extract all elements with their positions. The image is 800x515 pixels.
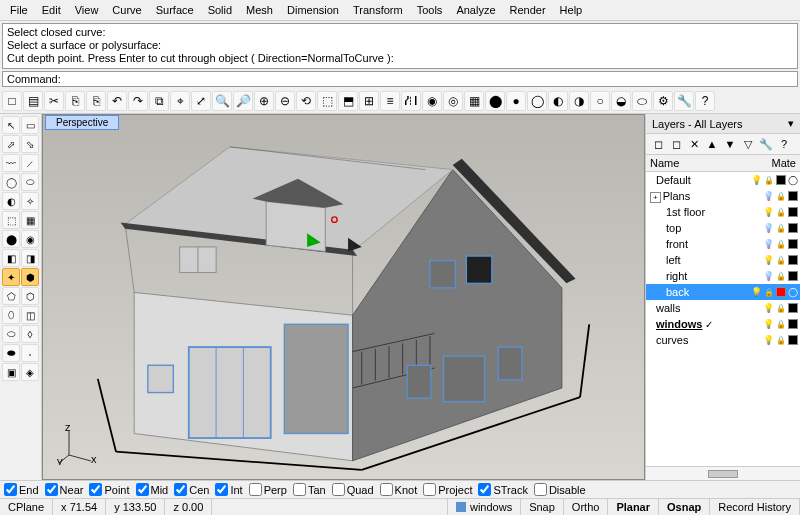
left-tool-11-0[interactable]: ⬭ <box>2 325 20 343</box>
layer-row-walls[interactable]: walls💡🔒 <box>646 300 800 316</box>
filter-icon[interactable]: ▽ <box>740 136 756 152</box>
layer-row-windows[interactable]: windows ✓💡🔒 <box>646 316 800 332</box>
toolbar-btn-11[interactable]: 🔎 <box>233 91 253 111</box>
lock-icon[interactable]: 🔒 <box>764 288 774 297</box>
status-record-history[interactable]: Record History <box>710 499 800 515</box>
toolbar-btn-22[interactable]: ▦ <box>464 91 484 111</box>
left-tool-2-1[interactable]: ⟋ <box>21 154 39 172</box>
left-tool-3-1[interactable]: ⬭ <box>21 173 39 191</box>
menu-curve[interactable]: Curve <box>106 2 147 18</box>
left-tool-3-0[interactable]: ◯ <box>2 173 20 191</box>
bulb-icon[interactable]: 💡 <box>763 255 774 265</box>
layer-row-plans[interactable]: +Plans💡🔒 <box>646 188 800 204</box>
toolbar-btn-24[interactable]: ● <box>506 91 526 111</box>
status-layer[interactable]: windows <box>448 499 521 515</box>
menu-surface[interactable]: Surface <box>150 2 200 18</box>
left-tool-9-0[interactable]: ⬠ <box>2 287 20 305</box>
left-tool-4-1[interactable]: ✧ <box>21 192 39 210</box>
osnap-near[interactable]: Near <box>45 483 84 496</box>
toolbar-btn-12[interactable]: ⊕ <box>254 91 274 111</box>
bulb-icon[interactable]: 💡 <box>763 319 774 329</box>
osnap-knot[interactable]: Knot <box>380 483 418 496</box>
menu-render[interactable]: Render <box>504 2 552 18</box>
color-swatch[interactable] <box>788 303 798 313</box>
viewport-perspective[interactable]: Perspective <box>42 114 645 480</box>
left-tool-1-0[interactable]: ⬀ <box>2 135 20 153</box>
help-icon[interactable]: ? <box>776 136 792 152</box>
left-tool-2-0[interactable]: 〰 <box>2 154 20 172</box>
color-swatch[interactable] <box>788 255 798 265</box>
osnap-project[interactable]: Project <box>423 483 472 496</box>
layer-row-top[interactable]: top💡🔒 <box>646 220 800 236</box>
lock-icon[interactable]: 🔒 <box>776 240 786 249</box>
material-icon[interactable]: ◯ <box>788 287 798 297</box>
bulb-icon[interactable]: 💡 <box>763 191 774 201</box>
osnap-quad[interactable]: Quad <box>332 483 374 496</box>
toolbar-btn-21[interactable]: ◎ <box>443 91 463 111</box>
menu-mesh[interactable]: Mesh <box>240 2 279 18</box>
bulb-icon[interactable]: 💡 <box>751 175 762 185</box>
command-line[interactable]: Command: <box>2 71 798 87</box>
command-input[interactable] <box>65 74 793 85</box>
osnap-tan[interactable]: Tan <box>293 483 326 496</box>
status-ortho[interactable]: Ortho <box>564 499 609 515</box>
menu-view[interactable]: View <box>69 2 105 18</box>
layer-row-default[interactable]: Default💡🔒◯ <box>646 172 800 188</box>
lock-icon[interactable]: 🔒 <box>776 192 786 201</box>
osnap-cen[interactable]: Cen <box>174 483 209 496</box>
toolbar-btn-18[interactable]: ≡ <box>380 91 400 111</box>
menu-help[interactable]: Help <box>554 2 589 18</box>
left-tool-13-1[interactable]: ◈ <box>21 363 39 381</box>
left-tool-11-1[interactable]: ◊ <box>21 325 39 343</box>
bulb-icon[interactable]: 💡 <box>763 239 774 249</box>
left-tool-13-0[interactable]: ▣ <box>2 363 20 381</box>
left-tool-8-0[interactable]: ✦ <box>2 268 20 286</box>
left-tool-10-0[interactable]: ⬯ <box>2 306 20 324</box>
toolbar-btn-7[interactable]: ⧉ <box>149 91 169 111</box>
toolbar-btn-9[interactable]: ⤢ <box>191 91 211 111</box>
left-tool-12-0[interactable]: ⬬ <box>2 344 20 362</box>
color-swatch[interactable] <box>788 271 798 281</box>
toolbar-btn-8[interactable]: ⌖ <box>170 91 190 111</box>
move-up-icon[interactable]: ▲ <box>704 136 720 152</box>
osnap-int[interactable]: Int <box>215 483 242 496</box>
color-swatch[interactable] <box>788 335 798 345</box>
left-tool-7-1[interactable]: ◨ <box>21 249 39 267</box>
status-planar[interactable]: Planar <box>608 499 659 515</box>
delete-layer-icon[interactable]: ✕ <box>686 136 702 152</box>
toolbar-btn-0[interactable]: □ <box>2 91 22 111</box>
osnap-end[interactable]: End <box>4 483 39 496</box>
lock-icon[interactable]: 🔒 <box>776 272 786 281</box>
toolbar-btn-15[interactable]: ⬚ <box>317 91 337 111</box>
layer-row-1st-floor[interactable]: 1st floor💡🔒 <box>646 204 800 220</box>
toolbar-btn-6[interactable]: ↷ <box>128 91 148 111</box>
menu-transform[interactable]: Transform <box>347 2 409 18</box>
bulb-icon[interactable]: 💡 <box>763 271 774 281</box>
toolbar-btn-29[interactable]: ◒ <box>611 91 631 111</box>
left-tool-12-1[interactable]: ⬫ <box>21 344 39 362</box>
toolbar-btn-10[interactable]: 🔍 <box>212 91 232 111</box>
left-tool-4-0[interactable]: ◐ <box>2 192 20 210</box>
toolbar-btn-25[interactable]: ◯ <box>527 91 547 111</box>
layer-row-curves[interactable]: curves💡🔒 <box>646 332 800 348</box>
menu-edit[interactable]: Edit <box>36 2 67 18</box>
toolbar-btn-30[interactable]: ⬭ <box>632 91 652 111</box>
color-swatch[interactable] <box>788 207 798 217</box>
menu-solid[interactable]: Solid <box>202 2 238 18</box>
left-tool-0-1[interactable]: ▭ <box>21 116 39 134</box>
toolbar-btn-14[interactable]: ⟲ <box>296 91 316 111</box>
lock-icon[interactable]: 🔒 <box>776 224 786 233</box>
menu-tools[interactable]: Tools <box>411 2 449 18</box>
toolbar-btn-20[interactable]: ◉ <box>422 91 442 111</box>
lock-icon[interactable]: 🔒 <box>764 176 774 185</box>
left-tool-9-1[interactable]: ⬡ <box>21 287 39 305</box>
toolbar-btn-23[interactable]: ⬤ <box>485 91 505 111</box>
toolbar-btn-19[interactable]: ⛙ <box>401 91 421 111</box>
layers-scrollbar[interactable] <box>646 466 800 480</box>
color-swatch[interactable] <box>776 287 786 297</box>
osnap-mid[interactable]: Mid <box>136 483 169 496</box>
new-sublayer-icon[interactable]: ◻ <box>668 136 684 152</box>
layer-row-right[interactable]: right💡🔒 <box>646 268 800 284</box>
toolbar-btn-16[interactable]: ⬒ <box>338 91 358 111</box>
toolbar-btn-31[interactable]: ⚙ <box>653 91 673 111</box>
